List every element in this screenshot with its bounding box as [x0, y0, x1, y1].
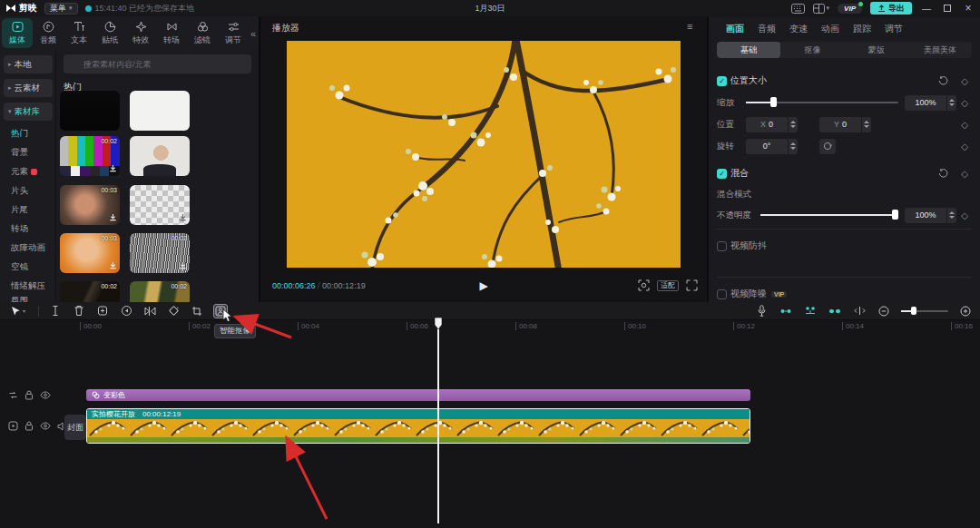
library-item-dark[interactable]: 00:02 — [60, 281, 120, 302]
zoom-in-button[interactable] — [958, 304, 973, 318]
sidebar-item-background[interactable]: 背景 — [11, 147, 28, 159]
library-item-transparent[interactable] — [130, 185, 190, 225]
main-track-magnet-toggle[interactable] — [779, 304, 793, 318]
keyframe-icon[interactable]: ◇ — [961, 142, 968, 152]
scale-value[interactable]: 100% — [905, 95, 946, 111]
subtab-cutout[interactable]: 抠像 — [780, 42, 844, 58]
sidebar-item-broll[interactable]: 空镜 — [11, 261, 28, 273]
sidebar-item-cloud[interactable]: ▸云素材 — [4, 79, 53, 97]
blend-checkbox[interactable]: ✓ — [717, 169, 727, 179]
tab-transitions[interactable]: 转场 — [156, 18, 187, 48]
library-item-black[interactable] — [60, 91, 120, 131]
rotate-button[interactable] — [166, 304, 181, 318]
download-icon[interactable] — [179, 261, 187, 271]
sidebar-item-glitch[interactable]: 故障动画 — [11, 242, 45, 254]
vip-badge[interactable]: VIP — [838, 4, 862, 14]
reset-icon[interactable] — [938, 168, 948, 180]
subtab-mask[interactable]: 蒙版 — [845, 42, 908, 58]
split-button[interactable] — [48, 304, 63, 318]
tab-media[interactable]: 媒体 — [2, 18, 33, 48]
linkage-toggle[interactable] — [828, 304, 842, 318]
zoom-out-button[interactable] — [877, 304, 891, 318]
keyframe-icon[interactable]: ◇ — [961, 169, 968, 179]
export-button[interactable]: 导出 — [870, 2, 912, 15]
position-size-checkbox[interactable]: ✓ — [717, 76, 727, 86]
sidebar-item-elements[interactable]: 元素 — [11, 166, 37, 178]
subtab-basic[interactable]: 基础 — [717, 42, 780, 58]
crop-button[interactable] — [190, 304, 204, 318]
swap-order-icon[interactable] — [8, 390, 18, 400]
keyframe-icon[interactable]: ◇ — [961, 98, 968, 108]
position-y-stepper[interactable] — [861, 117, 871, 132]
position-x-stepper[interactable] — [788, 117, 798, 132]
sidebar-item-intro[interactable]: 片头 — [11, 185, 28, 197]
fullscreen-icon[interactable] — [686, 279, 698, 291]
rotate-field[interactable]: 0° — [746, 139, 788, 154]
download-icon[interactable] — [109, 261, 117, 271]
filter-clip[interactable]: 变彩色 — [86, 389, 750, 401]
playhead-handle[interactable] — [432, 317, 445, 331]
opacity-stepper[interactable] — [946, 208, 956, 223]
record-voiceover-button[interactable] — [754, 304, 769, 318]
shortcut-keyboard-icon[interactable] — [791, 4, 805, 14]
download-icon[interactable] — [179, 213, 187, 223]
scale-slider[interactable] — [746, 102, 898, 103]
layout-switch-button[interactable]: ▾ — [813, 4, 830, 14]
sidebar-item-local[interactable]: ▸本地 — [4, 55, 53, 73]
tab-effects[interactable]: 特效 — [125, 18, 156, 48]
reset-icon[interactable] — [938, 75, 948, 87]
download-icon[interactable] — [109, 164, 117, 174]
library-item-party[interactable]: 00:02 — [130, 281, 190, 302]
lock-icon[interactable] — [24, 421, 34, 431]
main-track-icon[interactable] — [8, 421, 18, 431]
timeline-zoom-slider[interactable] — [901, 310, 948, 312]
tab-audio-insp[interactable]: 音频 — [758, 23, 776, 35]
preview-quality-icon[interactable] — [638, 279, 650, 291]
tab-tracking[interactable]: 跟踪 — [853, 23, 871, 35]
sidebar-item-ambience[interactable]: 氛围 — [11, 295, 28, 302]
mirror-button[interactable] — [142, 304, 157, 318]
sidebar-item-transition[interactable]: 转场 — [11, 223, 28, 235]
opacity-slider[interactable] — [760, 214, 898, 216]
library-item-noise[interactable]: 00:02 — [130, 233, 190, 273]
eye-icon[interactable] — [40, 422, 51, 430]
collapse-panel-icon[interactable]: « — [250, 28, 256, 39]
keyframe-icon[interactable]: ◇ — [961, 76, 968, 86]
sidebar-item-outro[interactable]: 片尾 — [11, 204, 28, 216]
eye-icon[interactable] — [40, 391, 51, 399]
smart-cutout-button[interactable] — [213, 304, 228, 318]
download-icon[interactable] — [109, 213, 117, 223]
position-y-field[interactable]: Y0 — [819, 117, 861, 132]
tab-animation[interactable]: 动画 — [821, 23, 839, 35]
tab-audio[interactable]: 音频 — [33, 18, 64, 48]
scale-stepper[interactable] — [946, 95, 956, 111]
tab-adjust[interactable]: 调节 — [218, 18, 249, 48]
library-item-laughing-man[interactable]: 00:03 — [60, 185, 120, 225]
subtab-beauty[interactable]: 美颜美体 — [908, 42, 972, 58]
menu-button[interactable]: 菜单 ▾ — [44, 3, 78, 15]
lock-icon[interactable] — [24, 390, 34, 400]
select-tool-button[interactable]: ▾ — [7, 304, 29, 318]
opacity-value[interactable]: 100% — [905, 208, 946, 223]
rotate-stepper[interactable] — [788, 139, 798, 154]
library-item-laughing-woman[interactable]: 00:03 — [60, 233, 120, 273]
tab-text[interactable]: 文本 — [64, 18, 94, 48]
video-clip-selected[interactable]: 实拍樱花开放 00:00:12:19 — [86, 408, 750, 444]
tab-sticker[interactable]: 贴纸 — [94, 18, 125, 48]
rotate-dial-button[interactable] — [819, 139, 836, 154]
search-input[interactable] — [64, 54, 251, 73]
delete-button[interactable] — [72, 304, 86, 318]
sidebar-item-relax[interactable]: 情绪解压 — [11, 280, 45, 292]
minimize-button[interactable]: — — [920, 4, 933, 14]
auto-snap-toggle[interactable] — [803, 304, 818, 318]
denoise-checkbox[interactable]: ✓ — [717, 289, 727, 299]
reverse-button[interactable] — [119, 304, 133, 318]
keyframe-icon[interactable]: ◇ — [961, 120, 968, 130]
freeze-frame-button[interactable] — [95, 304, 110, 318]
fit-ratio-button[interactable]: 适配 — [657, 280, 679, 291]
preview-axis-toggle[interactable] — [852, 304, 867, 318]
tab-picture[interactable]: 画面 — [726, 23, 744, 35]
video-preview[interactable] — [287, 41, 681, 268]
maximize-button[interactable] — [941, 4, 954, 14]
tab-speed[interactable]: 变速 — [789, 23, 808, 35]
